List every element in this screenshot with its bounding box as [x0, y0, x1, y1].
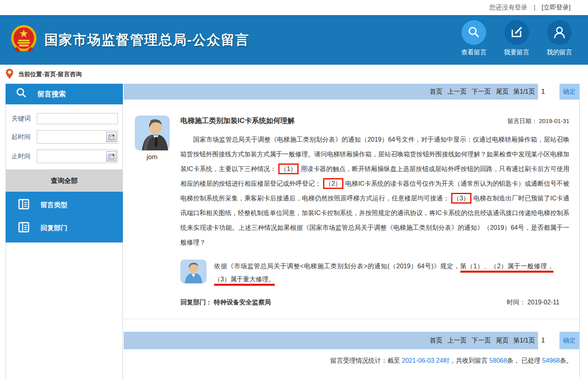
red-annotation-box: （3）: [451, 193, 471, 204]
pagination-top: 首页 上一页 下一页 尾页 第1/1页 确定: [124, 84, 579, 100]
search-icon: [15, 87, 27, 101]
first-page-link[interactable]: 首页: [430, 337, 442, 345]
reply-meta-row: 回复部门： 特种设备安全监察局 时间： 2019-02-11: [180, 298, 569, 307]
body-text: 电梯在制造出厂时已预留了IC卡通讯端口和相关图纸，经整机制造单位同意，加装IC卡…: [180, 195, 569, 246]
stats-received-unit: 条， 已处理: [507, 357, 542, 364]
sidebar-item-message-type[interactable]: 留言类型: [6, 193, 123, 216]
nav-label[interactable]: 我要留言: [504, 48, 529, 57]
sidebar-empty-panel: [6, 242, 123, 379]
avatar: [135, 115, 170, 152]
confirm-button[interactable]: 确定: [559, 84, 579, 100]
first-page-link[interactable]: 首页: [430, 88, 442, 96]
reply-department: 回复部门： 特种设备安全监察局: [180, 298, 271, 307]
message-content: 电梯施工类别加装IC卡系统如何理解 留言日期： 2019-01-31 国家市场监…: [180, 114, 579, 307]
stats-processed-unit: 条。: [560, 357, 573, 364]
stats-until: 截至: [387, 357, 402, 364]
keyword-input[interactable]: [37, 113, 118, 124]
pagination-links: 首页 上一页 下一页 尾页: [430, 88, 509, 96]
reply-time: 时间： 2019-02-11: [507, 298, 559, 307]
message-body: 国家市场监管总局关于调整《电梯施工类别划分表》的通知（2019）64号文件，对于…: [180, 132, 569, 250]
main-panel: 首页 上一页 下一页 尾页 第1/1页 确定: [124, 84, 580, 377]
next-page-link[interactable]: 下一页: [472, 88, 491, 96]
nav-label[interactable]: 查看留言: [461, 48, 486, 57]
breadcrumb-text: 当前位置-首页-留言咨询: [18, 71, 82, 78]
breadcrumb: 当前位置-首页-留言咨询: [0, 65, 588, 84]
header-nav: 查看留言 我要留言 我的留言: [461, 20, 572, 57]
pager-spacer: [555, 332, 559, 349]
location-pin-icon: [5, 68, 14, 81]
national-emblem-logo: [10, 25, 37, 56]
sidebar-search-title: 留言搜索: [37, 89, 66, 99]
reply-avatar: [180, 260, 207, 286]
last-page-link[interactable]: 尾页: [496, 88, 509, 96]
message-stats: 留言受理情况统计：截至 2021-06-03 24时，共收到留言 58068条，…: [124, 357, 579, 365]
calendar-icon[interactable]: [106, 132, 117, 142]
content: 留言搜索 关键词 起时间: [0, 84, 588, 379]
keyword-label: 关键词: [11, 115, 37, 123]
sidebar-menu: 留言类型 回复部门: [6, 192, 123, 242]
sidebar: 留言搜索 关键词 起时间: [6, 84, 123, 379]
pagination-bottom: 首页 上一页 下一页 尾页 第1/1页 确定: [124, 332, 579, 349]
divider: [124, 319, 579, 319]
message-title: 电梯施工类别加装IC卡系统如何理解: [180, 116, 295, 125]
sidebar-item-label: 留言类型: [40, 200, 67, 210]
message-date: 留言日期： 2019-01-31: [508, 117, 569, 125]
page-number-input[interactable]: [538, 84, 555, 100]
next-page-link[interactable]: 下一页: [472, 337, 491, 345]
reply-item: 依据《市场监管总局关于调整<电梯施工类别划分表>的通知(（2019）64号)》规…: [180, 260, 569, 286]
reply-time-label: 时间：: [507, 299, 526, 306]
reply-department-label: 回复部门：: [180, 299, 212, 306]
sidebar-item-reply-department[interactable]: 回复部门: [6, 216, 123, 239]
pager-spacer: [555, 84, 559, 100]
message-date-label: 留言日期：: [508, 117, 537, 124]
login-status-text: 您还没有登录: [489, 4, 527, 12]
stats-processed-count: 54968: [542, 357, 560, 364]
prev-page-link[interactable]: 上一页: [448, 337, 467, 345]
confirm-label: 确定: [563, 88, 576, 96]
query-all-button[interactable]: 查询全部: [6, 170, 123, 192]
pagination-links: 首页 上一页 下一页 尾页: [430, 337, 509, 345]
reply-text: 依据《市场监管总局关于调整<电梯施工类别划分表>的通知(（2019）64号)》规…: [214, 260, 569, 286]
nav-write-message[interactable]: 我要留言: [504, 20, 529, 57]
message-item: jom 电梯施工类别加装IC卡系统如何理解 留言日期： 2019-01-31 国…: [124, 114, 579, 307]
site-header: 国家市场监督管理总局-公众留言 查看留言 我要留言: [0, 15, 588, 65]
stats-until-date: 2021-06-03 24时: [402, 357, 450, 364]
author-column: jom: [124, 114, 180, 307]
confirm-label: 确定: [563, 337, 576, 345]
edit-icon[interactable]: [504, 20, 529, 45]
stats-received-label: ，共收到留言: [450, 357, 489, 364]
reply-department-value: 特种设备安全监察局: [214, 299, 271, 306]
red-annotation-box: （1）: [278, 164, 299, 174]
author-username: jom: [147, 153, 157, 161]
user-icon[interactable]: [547, 20, 572, 45]
page-title: 国家市场监督管理总局-公众留言: [44, 31, 249, 49]
last-page-link[interactable]: 尾页: [496, 337, 509, 345]
stats-label: 留言受理情况统计：: [330, 357, 387, 364]
end-time-input[interactable]: [37, 150, 118, 163]
page-info: 第1/1页: [513, 337, 535, 345]
login-link[interactable]: [立即登录]: [542, 4, 571, 12]
page-info: 第1/1页: [513, 88, 535, 96]
nav-my-messages[interactable]: 我的留言: [547, 20, 572, 57]
message-date-value: 2019-01-31: [539, 117, 569, 124]
reply-time-value: 2019-02-11: [527, 299, 559, 306]
nav-view-messages[interactable]: 查看留言: [461, 20, 486, 57]
stats-received-count: 58068: [489, 357, 507, 364]
calendar-icon[interactable]: [106, 151, 117, 162]
sidebar-search-header: 留言搜索: [6, 84, 123, 104]
sidebar-item-label: 回复部门: [40, 223, 67, 233]
search-icon[interactable]: [462, 20, 486, 45]
page-number-input[interactable]: [538, 332, 555, 349]
confirm-button[interactable]: 确定: [559, 332, 579, 349]
sidebar-search-form: 关键词 起时间: [6, 104, 123, 170]
start-time-label: 起时间: [11, 133, 37, 141]
query-all-label: 查询全部: [51, 176, 78, 185]
list-icon: [18, 221, 30, 235]
nav-label[interactable]: 我的留言: [547, 48, 572, 57]
start-time-input[interactable]: [37, 130, 118, 144]
prev-page-link[interactable]: 上一页: [448, 88, 467, 96]
red-annotation-box: （2）: [323, 178, 343, 189]
topbar-separator: |: [534, 4, 535, 11]
topbar: 您还没有登录 | [立即登录]: [0, 0, 588, 15]
end-time-label: 止时间: [11, 152, 37, 161]
